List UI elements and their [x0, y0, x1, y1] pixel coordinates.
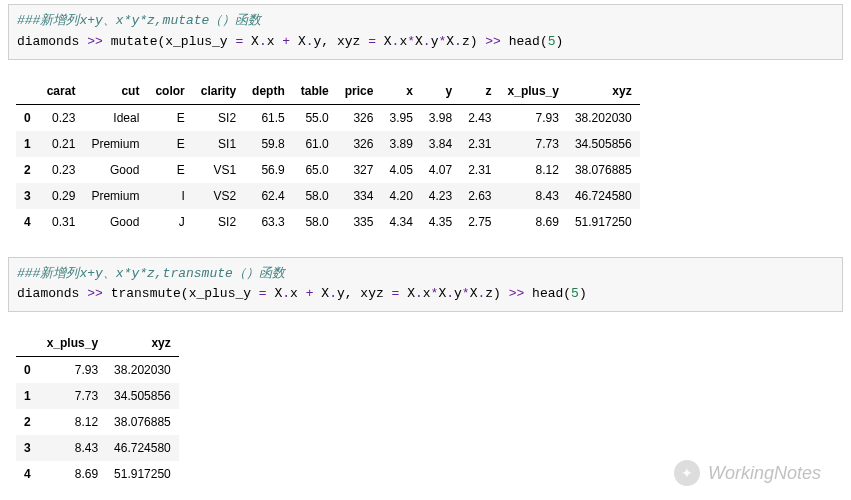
cell: I [147, 183, 192, 209]
cell: 62.4 [244, 183, 293, 209]
code-token: x [267, 34, 283, 49]
code-token: X [314, 286, 330, 301]
code-token: ) [556, 34, 564, 49]
code-token: transmute(x_plus_y [103, 286, 259, 301]
code-token: X [399, 286, 415, 301]
cell: SI1 [193, 131, 244, 157]
column-header: x_plus_y [39, 330, 106, 357]
cell: 4.35 [421, 209, 460, 235]
cell: 4.34 [381, 209, 420, 235]
cell: 4.05 [381, 157, 420, 183]
column-header: y [421, 78, 460, 105]
cell: 2.63 [460, 183, 499, 209]
table-row: 48.6951.917250 [16, 461, 179, 487]
code-token: y, xyz [314, 34, 369, 49]
code-line: diamonds >> mutate(x_plus_y = X.x + X.y,… [17, 34, 563, 49]
cell: 2.31 [460, 131, 499, 157]
table-row: 38.4346.724580 [16, 435, 179, 461]
operator-token: * [462, 286, 470, 301]
operator-token: >> [87, 34, 103, 49]
cell: 7.73 [39, 383, 106, 409]
column-header: x_plus_y [500, 78, 567, 105]
cell: 8.69 [39, 461, 106, 487]
row-index: 3 [16, 183, 39, 209]
cell: 2.43 [460, 104, 499, 131]
cell: 38.076885 [106, 409, 179, 435]
operator-token: >> [485, 34, 501, 49]
table-row: 40.31GoodJSI263.358.03354.344.352.758.69… [16, 209, 640, 235]
cell: 58.0 [293, 209, 337, 235]
number-token: 5 [548, 34, 556, 49]
row-index: 1 [16, 383, 39, 409]
row-index: 4 [16, 461, 39, 487]
code-token: y, xyz [337, 286, 392, 301]
cell: 61.0 [293, 131, 337, 157]
table-row: 30.29PremiumIVS262.458.03344.204.232.638… [16, 183, 640, 209]
cell: Good [83, 157, 147, 183]
cell: 58.0 [293, 183, 337, 209]
row-index: 0 [16, 104, 39, 131]
cell: VS1 [193, 157, 244, 183]
cell: 38.076885 [567, 157, 640, 183]
cell: 34.505856 [567, 131, 640, 157]
cell: 3.98 [421, 104, 460, 131]
output-table-2: x_plus_yxyz 07.9338.20203017.7334.505856… [16, 330, 179, 487]
cell: 335 [337, 209, 382, 235]
code-token: head( [501, 34, 548, 49]
watermark: ✦ WorkingNotes [674, 460, 821, 486]
cell: E [147, 131, 192, 157]
column-header: color [147, 78, 192, 105]
column-header: clarity [193, 78, 244, 105]
cell: Premium [83, 183, 147, 209]
code-token: z) [462, 34, 485, 49]
cell: 0.21 [39, 131, 84, 157]
cell: 8.12 [39, 409, 106, 435]
code-token: X [376, 34, 392, 49]
row-index: 3 [16, 435, 39, 461]
code-token: mutate(x_plus_y [103, 34, 236, 49]
table-row: 07.9338.202030 [16, 357, 179, 384]
row-index: 2 [16, 157, 39, 183]
table-row: 17.7334.505856 [16, 383, 179, 409]
cell: 7.93 [39, 357, 106, 384]
cell: 0.23 [39, 104, 84, 131]
cell: J [147, 209, 192, 235]
code-token: x [423, 286, 431, 301]
cell: 7.93 [500, 104, 567, 131]
cell: 46.724580 [567, 183, 640, 209]
column-header: z [460, 78, 499, 105]
table-row: 20.23GoodEVS156.965.03274.054.072.318.12… [16, 157, 640, 183]
table-row: 10.21PremiumESI159.861.03263.893.842.317… [16, 131, 640, 157]
cell: 7.73 [500, 131, 567, 157]
operator-token: . [282, 286, 290, 301]
operator-token: . [423, 34, 431, 49]
code-token: head( [524, 286, 571, 301]
cell: 3.95 [381, 104, 420, 131]
code-cell-2: ###新增列x+y、x*y*z,transmute（）函数 diamonds >… [8, 257, 843, 313]
column-header: depth [244, 78, 293, 105]
cell: 59.8 [244, 131, 293, 157]
code-comment: ###新增列x+y、x*y*z,transmute（）函数 [17, 266, 285, 281]
column-header: table [293, 78, 337, 105]
cell: 8.43 [39, 435, 106, 461]
cell: 61.5 [244, 104, 293, 131]
operator-token: . [415, 286, 423, 301]
cell: 51.917250 [567, 209, 640, 235]
operator-token: . [446, 286, 454, 301]
cell: 4.07 [421, 157, 460, 183]
code-token: z) [485, 286, 508, 301]
operator-token: = [259, 286, 267, 301]
operator-token: . [454, 34, 462, 49]
cell: 327 [337, 157, 382, 183]
cell: 46.724580 [106, 435, 179, 461]
code-line: diamonds >> transmute(x_plus_y = X.x + X… [17, 286, 587, 301]
cell: 326 [337, 104, 382, 131]
operator-token: + [282, 34, 290, 49]
cell: 55.0 [293, 104, 337, 131]
cell: 0.29 [39, 183, 84, 209]
cell: SI2 [193, 104, 244, 131]
row-index: 0 [16, 357, 39, 384]
column-header: xyz [567, 78, 640, 105]
cell: 2.75 [460, 209, 499, 235]
cell: 8.12 [500, 157, 567, 183]
